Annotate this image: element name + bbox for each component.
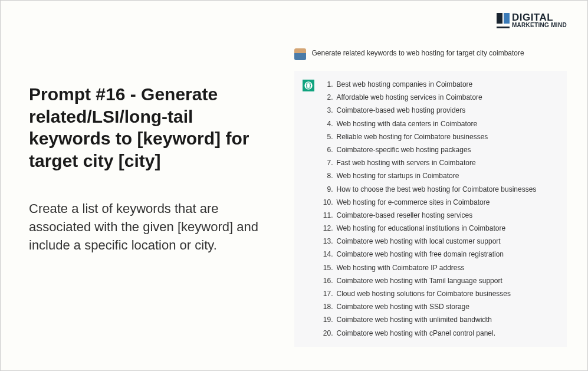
logo-icon: [497, 13, 510, 28]
list-item: Web hosting for startups in Coimbatore: [320, 169, 537, 182]
list-item: Coimbatore-specific web hosting packages: [320, 143, 537, 156]
left-panel: Prompt #16 - Generate related/LSI/long-t…: [1, 48, 294, 370]
list-item: Affordable web hosting services in Coimb…: [320, 91, 537, 104]
list-item: Coimbatore-based web hosting providers: [320, 104, 537, 117]
logo-text-top: DIGITAL: [512, 12, 567, 22]
list-item: Coimbatore web hosting with cPanel contr…: [320, 327, 537, 340]
list-item: How to choose the best web hosting for C…: [320, 183, 537, 196]
list-item: Best web hosting companies in Coimbatore: [320, 78, 537, 91]
response-panel: Best web hosting companies in Coimbatore…: [294, 71, 567, 347]
description: Create a list of keywords that are assoc…: [29, 200, 277, 254]
logo-text-bottom: MARKETING MIND: [512, 22, 567, 28]
list-item: Cloud web hosting solutions for Coimbato…: [320, 287, 537, 300]
prompt-text: Generate related keywords to web hosting…: [312, 48, 524, 57]
list-item: Web hosting with data centers in Coimbat…: [320, 117, 537, 130]
list-item: Fast web hosting with servers in Coimbat…: [320, 156, 537, 169]
list-item: Coimbatore web hosting with local custom…: [320, 235, 537, 248]
logo: DIGITAL MARKETING MIND: [497, 12, 567, 28]
user-prompt-row: Generate related keywords to web hosting…: [294, 48, 567, 60]
list-item: Coimbatore-based reseller hosting servic…: [320, 209, 537, 222]
list-item: Coimbatore web hosting with free domain …: [320, 248, 537, 261]
logo-text: DIGITAL MARKETING MIND: [512, 12, 567, 28]
list-item: Coimbatore web hosting with SSD storage: [320, 300, 537, 313]
list-item: Web hosting for e-commerce sites in Coim…: [320, 196, 537, 209]
list-item: Reliable web hosting for Coimbatore busi…: [320, 130, 537, 143]
list-item: Web hosting for educational institutions…: [320, 222, 537, 235]
user-avatar-icon: [294, 48, 306, 60]
keyword-list: Best web hosting companies in Coimbatore…: [320, 78, 537, 340]
list-item: Web hosting with Coimbatore IP address: [320, 261, 537, 274]
list-item: Coimbatore web hosting with unlimited ba…: [320, 313, 537, 326]
list-item: Coimbatore web hosting with Tamil langua…: [320, 274, 537, 287]
right-panel: Generate related keywords to web hosting…: [294, 48, 588, 370]
main-heading: Prompt #16 - Generate related/LSI/long-t…: [29, 83, 277, 172]
chatgpt-icon: [303, 80, 314, 91]
